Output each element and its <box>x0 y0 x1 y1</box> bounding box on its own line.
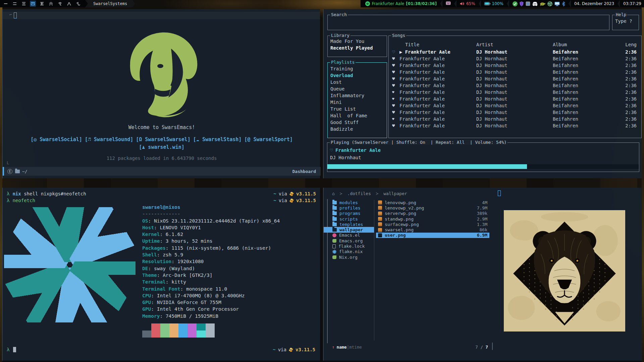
neofetch-row: Theme: Arc-Dark [GTK2/3] <box>142 272 280 279</box>
song-row[interactable]: ♥ Frankfurter Aale DJ Hornhaut Beifahren… <box>389 96 641 102</box>
keyboard-icon[interactable] <box>446 1 451 6</box>
playlist-item[interactable]: True List <box>330 106 367 112</box>
playlist-item[interactable]: Mini <box>330 99 367 106</box>
directory-item[interactable]: Emacs.org <box>324 238 374 243</box>
directory-item[interactable]: programs <box>324 211 374 216</box>
chevron-icon: ≻ <box>340 191 342 196</box>
check-icon[interactable] <box>513 1 518 6</box>
workspace-icon-5[interactable] <box>39 1 45 7</box>
sort-primary[interactable]: name <box>337 345 347 350</box>
favorite-heart-icon[interactable]: ♥ <box>392 109 395 116</box>
file-item[interactable]: lenovowp.png 4M <box>376 200 489 205</box>
library-item[interactable]: Made For You <box>330 38 373 45</box>
favorite-heart-icon[interactable]: ♥ <box>392 116 394 123</box>
battery-module[interactable]: 100% <box>484 1 503 6</box>
text-cursor[interactable] <box>14 12 17 18</box>
song-row[interactable]: ♥ Frankfurter Aale DJ Hornhaut Beifahren… <box>389 116 641 122</box>
file-item[interactable]: user.png 6.9M <box>376 233 489 238</box>
library-item[interactable]: Recently Played <box>330 45 373 51</box>
home-icon[interactable]: ⌂ <box>332 191 335 196</box>
dashboard-button[interactable]: [Ω SwarselSwarsel] <box>136 136 191 142</box>
song-row[interactable]: ♥ Frankfurter Aale DJ Hornhaut Beifahren… <box>389 62 641 69</box>
workspace-icon-8[interactable] <box>66 1 72 7</box>
playlist-item[interactable]: Hall of Fame <box>330 112 367 119</box>
directory-item[interactable]: wallpaper <box>324 227 374 232</box>
search-box[interactable]: Search <box>327 15 609 30</box>
bluetooth-icon[interactable] <box>562 1 565 6</box>
dashboard-button[interactable]: [◎ SwarselSocial] <box>31 136 82 142</box>
playlist-item[interactable]: Lost <box>330 79 367 85</box>
playlist-item[interactable]: Good Stuff <box>330 119 367 126</box>
directory-item[interactable]: templates <box>324 222 374 227</box>
song-row[interactable]: ♡ ▶ Frankfurter Aale DJ Hornhaut Beifahr… <box>389 49 641 55</box>
now-playing-module[interactable]: Frankfurter Aale [01:38/02:36] <box>365 1 437 6</box>
favorite-heart-icon[interactable]: ♥ <box>392 82 395 89</box>
syncthing-icon[interactable] <box>547 1 552 6</box>
favorite-heart-icon[interactable]: ♥ <box>392 122 395 129</box>
playlist-item[interactable]: Inflammatory <box>330 92 367 99</box>
file-item[interactable]: serverwp.png 389k <box>376 211 489 216</box>
turtle-icon[interactable] <box>540 2 545 6</box>
search-label: Search <box>330 12 348 17</box>
directory-item[interactable]: profiles <box>324 205 374 210</box>
workspace-icon-9[interactable] <box>75 1 81 7</box>
workspace-icon-2[interactable] <box>12 1 18 7</box>
file-type-icon <box>378 212 382 216</box>
directory-item[interactable]: flake.nix <box>324 249 374 254</box>
workspace-icon-6[interactable] <box>48 1 54 7</box>
volume-module[interactable]: 65% <box>460 1 475 6</box>
playlist-item[interactable]: Training <box>330 65 367 72</box>
file-item[interactable]: surfacewp.png 1.3M <box>376 222 489 227</box>
dashboard-button[interactable]: [♬ SwarselSound] <box>85 136 133 142</box>
favorite-heart-icon[interactable]: ♥ <box>392 69 395 75</box>
song-row[interactable]: ♥ Frankfurter Aale DJ Hornhaut Beifahren… <box>389 109 641 116</box>
song-row[interactable]: ♥ Frankfurter Aale DJ Hornhaut Beifahren… <box>389 82 641 89</box>
sort-secondary[interactable]: mtime <box>349 345 362 350</box>
sort-ascending-icon[interactable]: ↑ <box>332 345 335 350</box>
song-row[interactable]: ♥ Frankfurter Aale DJ Hornhaut Beifahren… <box>389 102 641 109</box>
breadcrumb-part[interactable]: .dotfiles <box>347 191 371 196</box>
playlist-item[interactable]: Overload <box>330 72 367 79</box>
workspace-icon-1[interactable] <box>3 1 9 7</box>
site-link[interactable]: [♟ swarsel.win] <box>3 144 321 150</box>
discord-icon[interactable] <box>532 2 538 6</box>
directory-item[interactable]: scripts <box>324 216 374 222</box>
breadcrumb-part[interactable]: wallpaper <box>383 191 407 196</box>
powerline-separator <box>479 0 481 7</box>
favorite-heart-icon[interactable]: ♡ <box>330 147 333 153</box>
display-icon[interactable] <box>554 2 560 6</box>
favorite-heart-icon[interactable]: ♥ <box>392 89 394 96</box>
file-item[interactable]: standwp.png 2.9M <box>376 216 489 222</box>
directory-item[interactable]: Emacs.el <box>324 233 374 238</box>
directory-item[interactable]: modules <box>324 200 374 205</box>
dashboard-button[interactable]: [@ SwarselSport] <box>244 136 293 142</box>
tray-star-icon[interactable] <box>526 1 530 6</box>
favorite-heart-icon[interactable]: ♥ <box>392 62 395 69</box>
workspace-icon-3[interactable] <box>21 1 27 7</box>
playlist-list: TrainingOverloadLostQueueInflammatoryMin… <box>330 65 367 132</box>
directory-item[interactable]: flake.lock <box>324 243 374 249</box>
progress-bar[interactable] <box>327 164 639 169</box>
playlist-item[interactable]: Queue <box>330 85 367 92</box>
favorite-heart-icon[interactable]: ♥ <box>392 75 395 82</box>
song-row[interactable]: ♥ Frankfurter Aale DJ Hornhaut Beifahren… <box>389 75 641 82</box>
breadcrumb[interactable]: ⌂ ≻ .dotfiles ≻ wallpaper <box>332 191 407 196</box>
shield-icon[interactable] <box>520 1 524 6</box>
song-row[interactable]: ♥ Frankfurter Aale DJ Hornhaut Beifahren… <box>389 89 641 96</box>
dashboard-button[interactable]: [☁ SwarselStash] <box>193 136 242 142</box>
shell-input-line[interactable]: λ <box>7 347 16 352</box>
song-row[interactable]: ♥ Frankfurter Aale DJ Hornhaut Beifahren… <box>389 122 641 129</box>
file-item[interactable]: lenovowp_v2.png 7.9M <box>376 205 489 210</box>
directory-item[interactable]: Nix.org <box>324 254 374 260</box>
workspace-icon-4-active[interactable] <box>30 1 36 7</box>
favorite-heart-icon[interactable]: ♡ <box>392 49 395 55</box>
file-item[interactable]: swarsel.png 86k <box>376 227 489 232</box>
playlist-item[interactable]: Badizzle <box>330 126 367 132</box>
song-row[interactable]: ♥ Frankfurter Aale DJ Hornhaut Beifahren… <box>389 55 641 62</box>
song-row[interactable]: ♥ Frankfurter Aale DJ Hornhaut Beifahren… <box>389 69 641 75</box>
favorite-heart-icon[interactable]: ♥ <box>392 55 395 62</box>
favorite-heart-icon[interactable]: ♥ <box>392 96 394 103</box>
workspace-icon-7[interactable] <box>57 1 63 7</box>
neofetch-row: GPU: NVIDIA GeForce GT 755M <box>142 299 280 306</box>
favorite-heart-icon[interactable]: ♥ <box>392 102 395 109</box>
